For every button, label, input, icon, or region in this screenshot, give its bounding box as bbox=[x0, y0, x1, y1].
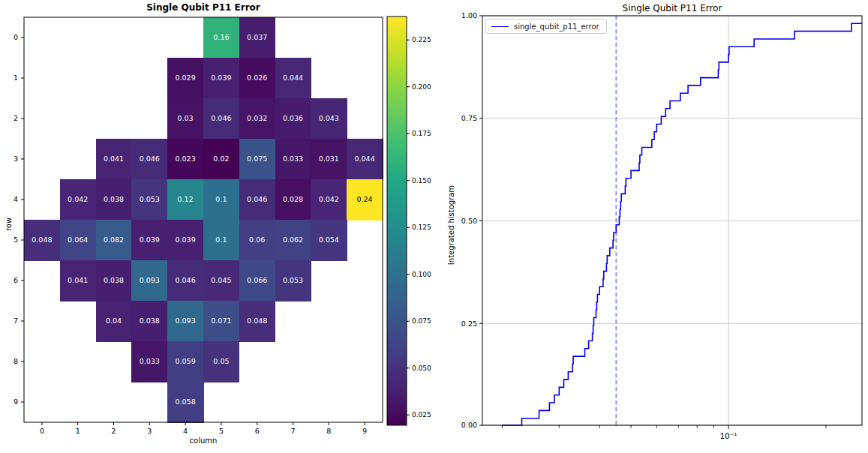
heatmap-cell-label: 0.039 bbox=[211, 74, 231, 82]
heatmap-cell-label: 0.033 bbox=[283, 154, 303, 163]
heatmap-cell-label: 0.039 bbox=[175, 236, 195, 244]
heatmap-cell-label: 0.06 bbox=[249, 236, 265, 244]
colorbar-tick-label: 0.175 bbox=[412, 130, 431, 137]
heatmap-cell-label: 0.037 bbox=[247, 33, 267, 41]
x-tick-label: 6 bbox=[255, 427, 260, 435]
heatmap-cell-label: 0.033 bbox=[140, 357, 160, 365]
heatmap-cell-label: 0.066 bbox=[247, 276, 267, 284]
y-tick-label: 5 bbox=[14, 236, 18, 244]
y-tick-label: 9 bbox=[14, 398, 18, 406]
heatmap-cell-label: 0.082 bbox=[104, 236, 124, 244]
y-tick-label: 0.25 bbox=[461, 320, 477, 328]
heatmap-cell-label: 0.042 bbox=[68, 195, 88, 203]
heatmap-cell-label: 0.02 bbox=[213, 154, 229, 163]
heatmap-cell-label: 0.12 bbox=[178, 195, 194, 203]
x-tick-label: 4 bbox=[183, 427, 188, 435]
y-tick-label: 6 bbox=[14, 276, 18, 284]
heatmap-cell-label: 0.029 bbox=[175, 74, 195, 82]
y-tick-label: 1 bbox=[14, 74, 18, 82]
heatmap-cell-label: 0.028 bbox=[283, 195, 303, 203]
y-tick-label: 0 bbox=[14, 33, 18, 41]
heatmap-cell-label: 0.036 bbox=[283, 114, 303, 122]
heatmap-cell-label: 0.046 bbox=[175, 276, 195, 284]
heatmap-cell-label: 0.046 bbox=[211, 114, 231, 122]
heatmap-cell-label: 0.044 bbox=[283, 74, 303, 82]
heatmap-cell-label: 0.038 bbox=[140, 316, 160, 325]
colorbar-tick-label: 0.100 bbox=[412, 271, 431, 278]
heatmap: 0.160.0370.0290.0390.0260.0440.030.0460.… bbox=[14, 17, 383, 435]
colorbar-tick-label: 0.075 bbox=[412, 317, 431, 325]
heatmap-cell-label: 0.026 bbox=[247, 74, 267, 82]
cdf-x-major-tick-label: 10⁻¹ bbox=[710, 431, 747, 440]
heatmap-cell-label: 0.032 bbox=[247, 114, 267, 122]
x-tick-label: 8 bbox=[326, 427, 331, 435]
colorbar: 0.0250.0500.0750.1000.1250.1500.1750.200… bbox=[387, 16, 431, 425]
heatmap-cell-label: 0.1 bbox=[215, 236, 227, 244]
cdf-curve bbox=[502, 23, 862, 425]
colorbar-tick-label: 0.225 bbox=[412, 36, 431, 44]
heatmap-cell-label: 0.093 bbox=[140, 276, 160, 284]
heatmap-cell-label: 0.16 bbox=[213, 33, 229, 41]
y-tick-label: 0.50 bbox=[461, 217, 477, 225]
heatmap-cell-label: 0.048 bbox=[32, 236, 52, 244]
y-tick-label: 7 bbox=[14, 316, 18, 325]
heatmap-cell-label: 0.038 bbox=[104, 195, 124, 203]
heatmap-cell-label: 0.041 bbox=[68, 276, 88, 284]
heatmap-cell-label: 0.071 bbox=[211, 316, 231, 325]
heatmap-cell-label: 0.24 bbox=[357, 195, 373, 203]
heatmap-cell-label: 0.04 bbox=[106, 316, 122, 325]
cdf-title: Single Qubit P11 Error bbox=[482, 3, 862, 14]
colorbar-tick-label: 0.150 bbox=[412, 177, 431, 184]
y-tick-label: 0.75 bbox=[461, 114, 477, 122]
cdf-plot: 0.000.250.500.751.00 bbox=[461, 11, 862, 429]
figure: 0.160.0370.0290.0390.0260.0440.030.0460.… bbox=[0, 0, 868, 453]
heatmap-title: Single Qubit P11 Error bbox=[24, 2, 383, 13]
charts-canvas: 0.160.0370.0290.0390.0260.0440.030.0460.… bbox=[0, 0, 868, 453]
x-tick-label: 9 bbox=[362, 427, 367, 435]
heatmap-cell-label: 0.042 bbox=[319, 195, 339, 203]
y-tick-label: 8 bbox=[14, 357, 18, 365]
heatmap-cell-label: 0.053 bbox=[140, 195, 160, 203]
heatmap-cell-label: 0.046 bbox=[140, 154, 160, 163]
colorbar-gradient bbox=[387, 16, 407, 425]
legend-label: single_qubit_p11_error bbox=[514, 22, 599, 31]
colorbar-tick-label: 0.050 bbox=[412, 364, 431, 372]
x-tick-label: 7 bbox=[290, 427, 295, 435]
y-tick-label: 2 bbox=[14, 114, 18, 122]
heatmap-cell-label: 0.053 bbox=[283, 276, 303, 284]
heatmap-cell-label: 0.044 bbox=[354, 154, 374, 163]
y-tick-label: 3 bbox=[14, 154, 18, 163]
heatmap-cell-label: 0.059 bbox=[175, 357, 195, 365]
heatmap-cell-label: 0.041 bbox=[104, 154, 124, 163]
legend-line-swatch bbox=[491, 26, 509, 27]
y-tick-label: 0.00 bbox=[461, 421, 477, 429]
colorbar-tick-label: 0.125 bbox=[412, 224, 431, 231]
heatmap-cell-label: 0.093 bbox=[175, 316, 195, 325]
heatmap-xlabel: column bbox=[24, 436, 383, 445]
heatmap-cell-label: 0.043 bbox=[319, 114, 339, 122]
heatmap-cell-label: 0.031 bbox=[319, 154, 339, 163]
heatmap-cell-label: 0.058 bbox=[175, 398, 195, 406]
x-tick-label: 0 bbox=[40, 427, 44, 435]
x-tick-label: 2 bbox=[111, 427, 116, 435]
colorbar-tick-label: 0.025 bbox=[412, 411, 431, 418]
x-tick-label: 5 bbox=[219, 427, 224, 435]
heatmap-cell-label: 0.064 bbox=[68, 236, 88, 244]
heatmap-cell-label: 0.045 bbox=[211, 276, 231, 284]
heatmap-cell-label: 0.023 bbox=[175, 154, 195, 163]
y-tick-label: 4 bbox=[14, 195, 18, 203]
legend: single_qubit_p11_error bbox=[485, 19, 607, 34]
heatmap-cell-label: 0.039 bbox=[140, 236, 160, 244]
heatmap-cell-label: 0.05 bbox=[213, 357, 229, 365]
y-tick-label: 1.00 bbox=[461, 11, 477, 20]
x-tick-label: 3 bbox=[147, 427, 152, 435]
heatmap-cell-label: 0.1 bbox=[215, 195, 227, 203]
x-tick-label: 1 bbox=[76, 427, 80, 435]
colorbar-tick-label: 0.200 bbox=[412, 83, 431, 91]
heatmap-cell-label: 0.048 bbox=[247, 316, 267, 325]
heatmap-cell-label: 0.03 bbox=[178, 114, 194, 122]
heatmap-cell-label: 0.062 bbox=[283, 236, 303, 244]
heatmap-cell-label: 0.054 bbox=[319, 236, 339, 244]
heatmap-cell-label: 0.038 bbox=[104, 276, 124, 284]
heatmap-cell-label: 0.075 bbox=[247, 154, 267, 163]
